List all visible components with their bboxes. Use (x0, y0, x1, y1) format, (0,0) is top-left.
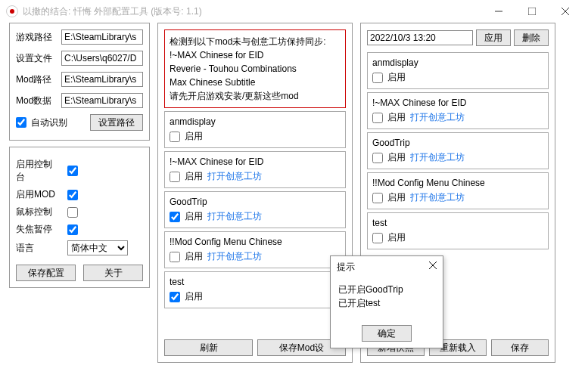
mod-title: !!Mod Config Menu Chinese (372, 178, 543, 188)
enable-label: 启用 (185, 290, 203, 303)
mod-title: !!Mod Config Menu Chinese (170, 237, 341, 247)
pause-blur-checkbox[interactable] (67, 224, 78, 235)
svg-rect-1 (528, 8, 536, 15)
dialog-line: 已开启test (338, 296, 435, 310)
snapshot-time-input[interactable] (367, 30, 473, 45)
workshop-link[interactable]: 打开创意工坊 (207, 250, 262, 263)
mod-data-label: Mod数据 (16, 94, 57, 107)
enable-label: 启用 (387, 71, 406, 84)
dialog-title: 提示 (337, 261, 355, 274)
game-path-input[interactable] (61, 29, 143, 45)
enable-label: 启用 (185, 170, 203, 183)
mod-enable-checkbox[interactable] (372, 193, 383, 203)
enable-console-label: 启用控制台 (16, 158, 57, 184)
maximize-button[interactable] (515, 0, 549, 23)
mod-enable-checkbox[interactable] (170, 252, 180, 262)
enable-label: 启用 (185, 130, 203, 143)
dialog-ok-button[interactable]: 确定 (362, 325, 412, 342)
mod-enable-checkbox[interactable] (170, 172, 180, 182)
mod-enable-checkbox[interactable] (372, 73, 383, 83)
snapshot-mod-card: GoodTrip 启用打开创意工坊 (367, 132, 549, 169)
enable-mod-checkbox[interactable] (67, 190, 78, 200)
app-icon (6, 5, 18, 17)
snapshot-mod-card: anmdisplay 启用 (367, 52, 549, 89)
set-path-button[interactable]: 设置路径 (90, 114, 143, 131)
save-button[interactable]: 保存 (491, 339, 549, 356)
minimize-button[interactable] (482, 0, 515, 23)
alert-line: Max Chinese Subtitle (170, 76, 341, 89)
mod-card: test 启用 (164, 271, 346, 308)
settings-file-label: 设置文件 (16, 52, 57, 65)
mod-enable-checkbox[interactable] (372, 113, 383, 123)
enable-label: 启用 (185, 210, 203, 223)
enable-label: 启用 (387, 231, 406, 244)
mod-card: !~MAX Chinese for EID 启用打开创意工坊 (164, 151, 346, 188)
mod-list-panel: 检测到以下mod未与创意工坊保持同步: !~MAX Chinese for EI… (157, 23, 353, 363)
workshop-link[interactable]: 打开创意工坊 (207, 170, 262, 183)
mod-title: GoodTrip (170, 197, 341, 207)
mod-card: GoodTrip 启用打开创意工坊 (164, 191, 346, 228)
alert-line: 检测到以下mod未与创意工坊保持同步: (170, 35, 341, 48)
window-title: 以撒的结合: 忏悔 外部配置工具 (版本号: 1.1) (23, 5, 482, 18)
workshop-link[interactable]: 打开创意工坊 (410, 111, 465, 124)
close-button[interactable] (549, 0, 582, 23)
apply-button[interactable]: 应用 (476, 29, 511, 46)
game-path-label: 游戏路径 (16, 31, 57, 44)
snapshot-mod-card: !~MAX Chinese for EID 启用打开创意工坊 (367, 92, 549, 129)
mouse-control-label: 鼠标控制 (16, 206, 57, 218)
snapshot-mod-card: test 启用 (367, 212, 549, 249)
mod-enable-checkbox[interactable] (372, 233, 383, 243)
mod-card: anmdisplay 启用 (164, 111, 346, 148)
mod-data-input[interactable] (61, 93, 143, 108)
alert-line: 请先开启游戏安装/更新这些mod (170, 89, 341, 103)
enable-label: 启用 (185, 250, 203, 263)
mod-enable-checkbox[interactable] (170, 212, 180, 222)
paths-panel: 游戏路径 设置文件 Mod路径 Mod数据 自动识别设置路径 (9, 23, 150, 141)
enable-label: 启用 (387, 191, 406, 204)
language-label: 语言 (16, 242, 57, 255)
mod-enable-checkbox[interactable] (170, 132, 180, 142)
enable-label: 启用 (387, 111, 406, 124)
about-button[interactable]: 关于 (83, 265, 143, 281)
sync-alert: 检测到以下mod未与创意工坊保持同步: !~MAX Chinese for EI… (164, 29, 346, 108)
mod-title: !~MAX Chinese for EID (170, 156, 341, 167)
mouse-control-checkbox[interactable] (67, 207, 78, 218)
mod-card: !!Mod Config Menu Chinese 启用打开创意工坊 (164, 231, 346, 268)
workshop-link[interactable]: 打开创意工坊 (410, 191, 465, 204)
mod-title: anmdisplay (372, 57, 543, 68)
snapshot-mod-card: !!Mod Config Menu Chinese 启用打开创意工坊 (367, 172, 549, 209)
enable-mod-label: 启用MOD (16, 188, 57, 201)
mod-path-label: Mod路径 (16, 73, 57, 86)
message-dialog: 提示 已开启GoodTrip 已开启test 确定 (330, 255, 443, 348)
mod-title: anmdisplay (170, 116, 341, 127)
settings-file-input[interactable] (61, 51, 143, 66)
pause-blur-label: 失焦暂停 (16, 223, 57, 236)
options-panel: 启用控制台 启用MOD 鼠标控制 失焦暂停 语言简体中文 保存配置 关于 (9, 147, 150, 288)
alert-line: !~MAX Chinese for EID (170, 48, 341, 62)
mod-enable-checkbox[interactable] (372, 153, 383, 163)
mod-title: test (170, 277, 341, 287)
refresh-button[interactable]: 刷新 (164, 339, 253, 356)
mod-enable-checkbox[interactable] (170, 292, 180, 302)
mod-path-input[interactable] (61, 72, 143, 87)
mod-title: !~MAX Chinese for EID (372, 98, 543, 108)
enable-console-checkbox[interactable] (67, 166, 78, 176)
language-select[interactable]: 简体中文 (67, 240, 128, 255)
workshop-link[interactable]: 打开创意工坊 (207, 210, 262, 223)
auto-detect-label: 自动识别 (31, 116, 67, 129)
enable-label: 启用 (387, 151, 406, 164)
mod-title: test (372, 218, 543, 228)
dialog-close-icon[interactable] (429, 261, 437, 274)
delete-button[interactable]: 删除 (514, 29, 549, 46)
save-config-button[interactable]: 保存配置 (16, 265, 76, 281)
alert-line: Reverie - Touhou Combinations (170, 62, 341, 76)
mod-title: GoodTrip (372, 138, 543, 148)
workshop-link[interactable]: 打开创意工坊 (410, 151, 465, 164)
auto-detect-checkbox[interactable] (16, 117, 26, 128)
dialog-line: 已开启GoodTrip (338, 283, 435, 296)
